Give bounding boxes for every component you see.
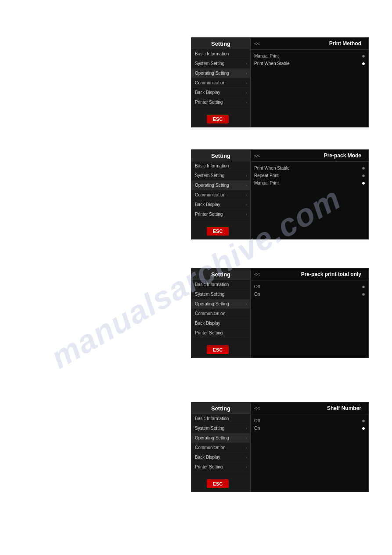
menu-label-1-0: Basic Information: [195, 51, 229, 56]
right-header-3: <<Pre-pack print total only: [251, 268, 368, 280]
radio-dot-2-2: [362, 182, 365, 185]
menu-label-3-5: Printer Setting: [195, 330, 223, 335]
menu-item-1-2[interactable]: Operating Setting›: [191, 69, 250, 78]
menu-item-2-1[interactable]: System Setting›: [191, 171, 250, 181]
back-button-4[interactable]: <<: [254, 406, 260, 411]
option-label-4-0: Off: [254, 418, 260, 423]
menu-label-1-1: System Setting: [195, 61, 224, 66]
radio-dot-3-0: [362, 286, 365, 288]
arrow-icon-2-5: ›: [245, 212, 247, 217]
arrow-icon-1-4: ›: [245, 91, 247, 95]
menu-label-2-5: Printer Setting: [195, 212, 223, 217]
menu-label-2-2: Operating Setting: [195, 183, 229, 188]
menu-label-1-2: Operating Setting: [195, 71, 229, 76]
menu-item-3-0[interactable]: Basic Information: [191, 280, 250, 290]
option-label-1-0: Manual Print: [254, 54, 279, 58]
option-label-2-2: Manual Print: [254, 181, 279, 185]
back-button-1[interactable]: <<: [254, 41, 260, 46]
left-panel-2: SettingBasic InformationSystem Setting›O…: [191, 150, 251, 239]
menu-label-2-0: Basic Information: [195, 163, 229, 168]
menu-item-4-4[interactable]: Back Display›: [191, 453, 250, 462]
back-button-3[interactable]: <<: [254, 272, 260, 277]
esc-button-2[interactable]: ESC: [207, 227, 229, 236]
option-item-4-1[interactable]: On: [254, 424, 365, 432]
menu-item-4-1[interactable]: System Setting›: [191, 424, 250, 433]
menu-item-3-2[interactable]: Operating Setting›: [191, 299, 250, 309]
menu-item-2-5[interactable]: Printer Setting›: [191, 210, 250, 219]
menu-item-3-1[interactable]: System Setting: [191, 290, 250, 299]
option-item-1-0[interactable]: Manual Print: [254, 52, 365, 60]
screen-2: SettingBasic InformationSystem Setting›O…: [191, 149, 369, 239]
menu-item-4-0[interactable]: Basic Information: [191, 414, 250, 424]
menu-item-1-5[interactable]: Printer Setting›: [191, 98, 250, 107]
left-panel-4: SettingBasic InformationSystem Setting›O…: [191, 403, 251, 492]
menu-label-3-3: Communication: [195, 311, 225, 316]
option-item-3-1[interactable]: On: [254, 290, 365, 298]
radio-dot-2-0: [362, 167, 365, 170]
menu-item-1-1[interactable]: System Setting›: [191, 59, 250, 69]
esc-button-1[interactable]: ESC: [207, 115, 229, 123]
menu-item-1-3[interactable]: Communication›: [191, 78, 250, 88]
menu-label-1-5: Printer Setting: [195, 100, 223, 105]
option-label-3-0: Off: [254, 284, 260, 289]
setting-title-4: Setting: [191, 403, 250, 414]
arrow-icon-2-1: ›: [245, 174, 247, 178]
arrow-icon-1-5: ›: [245, 100, 247, 105]
right-panel-1: <<Print MethodManual PrintPrint When Sta…: [251, 38, 368, 127]
menu-item-1-4[interactable]: Back Display›: [191, 88, 250, 98]
radio-dot-4-1: [362, 427, 365, 430]
menu-item-2-4[interactable]: Back Display›: [191, 200, 250, 210]
panel-title-3: Pre-pack print total only: [264, 271, 365, 277]
menu-item-2-0[interactable]: Basic Information: [191, 161, 250, 171]
menu-label-3-2: Operating Setting: [195, 301, 229, 306]
menu-label-2-1: System Setting: [195, 173, 224, 178]
arrow-icon-3-2: ›: [245, 302, 247, 306]
option-item-1-1[interactable]: Print When Stable: [254, 60, 365, 67]
arrow-icon-1-2: ›: [245, 71, 247, 76]
right-panel-4: <<Shelf NumberOffOn: [251, 403, 368, 492]
menu-item-4-2[interactable]: Operating Setting›: [191, 433, 250, 443]
arrow-icon-1-3: ›: [245, 81, 247, 85]
setting-title-1: Setting: [191, 38, 250, 49]
panel-title-1: Print Method: [264, 40, 365, 47]
arrow-icon-4-1: ›: [245, 426, 247, 431]
screen-1: SettingBasic InformationSystem Setting›O…: [191, 37, 369, 127]
esc-button-3[interactable]: ESC: [207, 345, 229, 354]
arrow-icon-1-1: ›: [245, 62, 247, 66]
left-panel-1: SettingBasic InformationSystem Setting›O…: [191, 38, 251, 127]
radio-dot-1-1: [362, 62, 365, 65]
menu-label-2-4: Back Display: [195, 202, 220, 207]
menu-item-2-2[interactable]: Operating Setting›: [191, 181, 250, 190]
back-button-2[interactable]: <<: [254, 153, 260, 158]
option-label-2-0: Print When Stable: [254, 166, 290, 170]
menu-label-2-3: Communication: [195, 192, 225, 197]
option-label-1-1: Print When Stable: [254, 61, 290, 66]
option-list-1: Manual PrintPrint When Stable: [251, 50, 368, 127]
menu-item-2-3[interactable]: Communication›: [191, 190, 250, 200]
radio-dot-1-0: [362, 55, 365, 58]
menu-label-4-2: Operating Setting: [195, 435, 229, 440]
panel-title-2: Pre-pack Mode: [264, 152, 365, 159]
option-label-2-1: Repeat Print: [254, 173, 279, 178]
menu-item-4-5[interactable]: Printer Setting›: [191, 462, 250, 472]
option-label-3-1: On: [254, 292, 260, 297]
option-item-4-0[interactable]: Off: [254, 417, 365, 424]
esc-button-4[interactable]: ESC: [207, 479, 229, 488]
option-item-2-1[interactable]: Repeat Print: [254, 172, 365, 179]
menu-label-1-4: Back Display: [195, 90, 220, 95]
option-list-3: OffOn: [251, 280, 368, 358]
arrow-icon-2-2: ›: [245, 183, 247, 188]
menu-item-4-3[interactable]: Communication›: [191, 443, 250, 453]
option-item-2-0[interactable]: Print When Stable: [254, 164, 365, 172]
menu-item-1-0[interactable]: Basic Information: [191, 49, 250, 59]
menu-item-3-5[interactable]: Printer Setting: [191, 328, 250, 338]
arrow-icon-4-3: ›: [245, 446, 247, 450]
menu-label-4-0: Basic Information: [195, 416, 229, 421]
menu-item-3-4[interactable]: Back Display: [191, 319, 250, 328]
radio-dot-2-1: [362, 174, 365, 177]
option-item-2-2[interactable]: Manual Print: [254, 179, 365, 187]
menu-label-4-1: System Setting: [195, 426, 224, 431]
radio-dot-3-1: [362, 293, 365, 296]
menu-item-3-3[interactable]: Communication: [191, 309, 250, 319]
option-item-3-0[interactable]: Off: [254, 283, 365, 290]
